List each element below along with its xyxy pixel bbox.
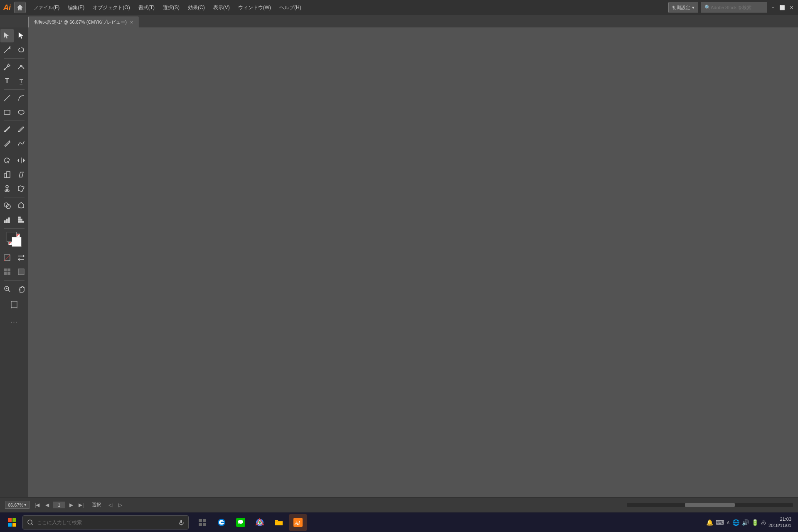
document-tab[interactable]: 名称未設定-1* @ 66.67% (CMYK/プレビュー) × bbox=[28, 17, 138, 27]
network-icon[interactable]: 🌐 bbox=[732, 519, 739, 526]
page-navigation: |◀ ◀ ▶ ▶| bbox=[33, 501, 85, 509]
pencil-tool[interactable] bbox=[0, 137, 14, 150]
svg-line-10 bbox=[5, 146, 6, 146]
svg-rect-11 bbox=[4, 174, 7, 177]
rectangle-tool[interactable] bbox=[0, 106, 14, 119]
zoom-display[interactable]: 66.67% ▾ bbox=[5, 501, 30, 509]
chrome-browser[interactable] bbox=[251, 514, 268, 531]
menu-window[interactable]: ウィンドウ(W) bbox=[234, 0, 275, 15]
battery-icon[interactable]: 🔋 bbox=[751, 519, 759, 526]
column-graph-tool[interactable] bbox=[0, 213, 14, 227]
workspace-selector[interactable]: 初期設定 ▾ bbox=[668, 2, 698, 12]
illustrator-taskbar[interactable]: Ai bbox=[289, 514, 307, 531]
zoom-value: 66.67% bbox=[8, 502, 23, 507]
free-transform-tool[interactable] bbox=[15, 182, 28, 195]
bottom-scroll-thumb[interactable] bbox=[685, 503, 735, 507]
curvature-tool[interactable] bbox=[15, 60, 28, 74]
touch-type-tool[interactable]: T̲ bbox=[15, 74, 28, 88]
stroke-color[interactable] bbox=[12, 237, 22, 247]
reflect-tool[interactable] bbox=[15, 154, 28, 167]
edge-browser[interactable] bbox=[213, 514, 230, 531]
svg-text:Ai: Ai bbox=[294, 520, 300, 526]
task-view-button[interactable] bbox=[194, 514, 211, 531]
restore-button[interactable]: ⬜ bbox=[779, 4, 786, 11]
line-app[interactable] bbox=[232, 514, 249, 531]
left-toolbar: T T̲ bbox=[0, 27, 28, 497]
bar-graph-tool[interactable] bbox=[15, 213, 28, 227]
toolbar-divider-4 bbox=[4, 152, 25, 152]
brush-tools bbox=[0, 123, 28, 136]
zoom-tool[interactable] bbox=[0, 282, 14, 296]
menu-effect[interactable]: 効果(C) bbox=[184, 0, 209, 15]
next-page-btn[interactable]: ▶ bbox=[67, 501, 75, 509]
svg-rect-103 bbox=[12, 518, 16, 522]
scale-tool[interactable] bbox=[0, 168, 14, 181]
stock-search[interactable]: 🔍 bbox=[701, 2, 767, 12]
shape-builder-tool[interactable] bbox=[0, 199, 14, 212]
rotate-tool[interactable] bbox=[0, 154, 14, 167]
file-explorer[interactable] bbox=[270, 514, 288, 531]
menu-object[interactable]: オブジェクト(O) bbox=[89, 0, 134, 15]
prev-page-btn[interactable]: ◀ bbox=[43, 501, 51, 509]
notification-icon[interactable]: 🔔 bbox=[706, 519, 713, 526]
svg-rect-29 bbox=[7, 272, 10, 275]
first-page-btn[interactable]: |◀ bbox=[33, 501, 41, 509]
stock-search-input[interactable] bbox=[711, 5, 764, 10]
svg-point-9 bbox=[4, 131, 6, 132]
blob-brush-tool[interactable] bbox=[15, 123, 28, 136]
smooth-tool[interactable] bbox=[15, 137, 28, 150]
selection-tool[interactable] bbox=[0, 29, 14, 42]
taskbar-search-input[interactable] bbox=[37, 520, 175, 525]
normal-mode[interactable] bbox=[0, 265, 14, 278]
clock-time: 21:03 bbox=[768, 516, 791, 522]
menu-file[interactable]: ファイル(F) bbox=[29, 0, 64, 15]
menu-edit[interactable]: 編集(E) bbox=[64, 0, 89, 15]
svg-rect-104 bbox=[8, 523, 12, 527]
sound-icon[interactable]: 🔊 bbox=[742, 519, 749, 526]
system-clock[interactable]: 21:03 2018/11/01 bbox=[768, 516, 791, 528]
svg-rect-20 bbox=[8, 218, 10, 223]
paintbrush-tool[interactable] bbox=[0, 123, 14, 136]
more-tools: ··· bbox=[7, 315, 21, 329]
arc-tool[interactable] bbox=[15, 91, 28, 105]
svg-rect-7 bbox=[4, 110, 10, 114]
swap-colors[interactable] bbox=[15, 251, 28, 264]
more-tools-button[interactable]: ··· bbox=[7, 315, 21, 329]
color-swatches[interactable] bbox=[7, 232, 22, 247]
nav-arrow-left[interactable]: ◁ bbox=[106, 501, 114, 509]
menu-type[interactable]: 書式(T) bbox=[134, 0, 159, 15]
page-number-input[interactable] bbox=[53, 502, 65, 508]
menu-select[interactable]: 選択(S) bbox=[159, 0, 184, 15]
keyboard-icon[interactable]: ⌨ bbox=[716, 519, 724, 526]
fill-none[interactable] bbox=[0, 251, 14, 264]
nav-arrow-right[interactable]: ▷ bbox=[116, 501, 124, 509]
magic-wand-tool[interactable] bbox=[0, 43, 14, 57]
type-tool[interactable]: T bbox=[0, 74, 14, 88]
bottom-scroll-track[interactable] bbox=[627, 503, 793, 507]
minimize-button[interactable]: − bbox=[770, 4, 776, 11]
live-paint-bucket[interactable] bbox=[15, 199, 28, 212]
puppet-warp-tool[interactable] bbox=[0, 182, 14, 195]
scale-tools bbox=[0, 168, 28, 181]
lasso-tool[interactable] bbox=[15, 43, 28, 57]
svg-rect-26 bbox=[4, 268, 7, 271]
last-page-btn[interactable]: ▶| bbox=[77, 501, 85, 509]
svg-point-8 bbox=[18, 110, 24, 114]
microphone-icon bbox=[178, 520, 184, 525]
pen-tool[interactable] bbox=[0, 60, 14, 74]
close-button[interactable]: ✕ bbox=[788, 4, 795, 11]
menu-help[interactable]: ヘルプ(H) bbox=[275, 0, 305, 15]
draw-behind[interactable] bbox=[15, 265, 28, 278]
taskbar-search[interactable] bbox=[22, 515, 189, 530]
home-button[interactable] bbox=[14, 2, 26, 13]
menu-view[interactable]: 表示(V) bbox=[209, 0, 234, 15]
start-button[interactable] bbox=[3, 514, 21, 531]
tab-close-button[interactable]: × bbox=[130, 20, 133, 25]
ellipse-tool[interactable] bbox=[15, 106, 28, 119]
shear-tool[interactable] bbox=[15, 168, 28, 181]
artboard-tool[interactable] bbox=[7, 298, 21, 311]
up-arrow-icon[interactable]: ∧ bbox=[727, 520, 730, 525]
direct-selection-tool[interactable] bbox=[15, 29, 28, 42]
hand-tool[interactable] bbox=[15, 282, 28, 296]
line-segment-tool[interactable] bbox=[0, 91, 14, 105]
